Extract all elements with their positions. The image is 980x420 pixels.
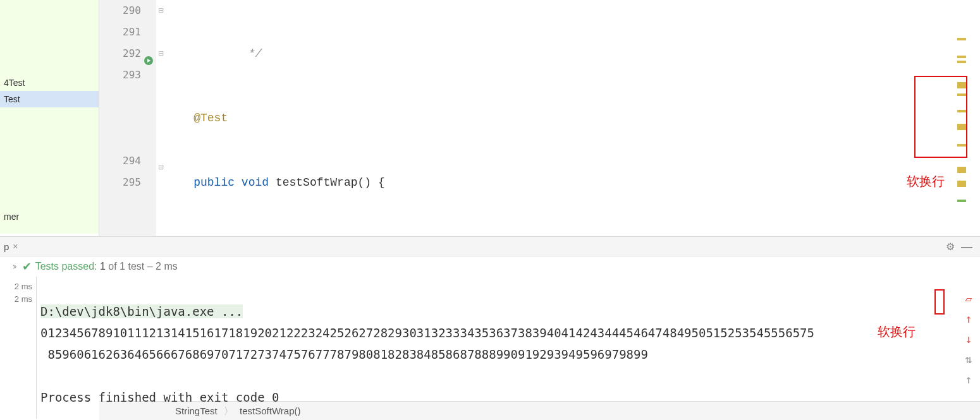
annotation-label: 软换行 <box>878 321 916 342</box>
tree-item-selected[interactable]: Test <box>0 91 99 107</box>
test-duration: 2 ms <box>0 280 36 293</box>
line-number: 293 <box>99 64 141 86</box>
test-status-bar: ›› ✔ Tests passed: 1 of 1 test – 2 ms <box>0 256 980 277</box>
console-command: D:\dev\jdk8\bin\java.exe ... <box>40 304 243 318</box>
hide-panel-icon[interactable]: — <box>961 241 972 254</box>
line-number: 294 <box>99 150 141 172</box>
annotation-box <box>934 289 945 315</box>
keyword: void <box>242 176 269 189</box>
gear-icon[interactable]: ⚙ <box>946 241 955 253</box>
tests-passed-count: 1 <box>100 256 106 277</box>
code-text: () { <box>358 176 385 189</box>
test-duration: 2 ms <box>0 293 36 306</box>
toggle-sort-icon[interactable]: ⇅ <box>962 349 975 361</box>
tests-passed-label: Tests passed: <box>35 256 97 277</box>
line-number: 292 <box>99 43 141 64</box>
console-output[interactable]: D:\dev\jdk8\bin\java.exe ... 01234567891… <box>37 277 980 419</box>
comment: */ <box>248 47 262 60</box>
scroll-down-icon[interactable]: ↓ <box>962 328 975 341</box>
run-gutter-icon[interactable] <box>144 56 154 66</box>
keyword: public <box>193 176 235 189</box>
editor[interactable]: 290 291 292 293 294 295 ⊟ ⊟ ⊟ */ @Test p… <box>99 0 980 236</box>
line-number: 291 <box>99 21 141 43</box>
run-tool-header: p × ⚙ — <box>0 236 980 256</box>
tests-passed-icon: ✔ <box>22 256 32 277</box>
tests-total-label: of 1 test <box>108 256 144 277</box>
fold-marker-icon[interactable]: ⊟ <box>156 6 165 15</box>
soft-wrap-toggle-icon[interactable]: ▱ <box>962 288 975 301</box>
line-number-gutter: 290 291 292 293 294 295 <box>99 0 156 236</box>
console-exit: Process finished with exit code 0 <box>40 390 279 404</box>
scroll-up-icon[interactable]: ↑ <box>962 308 975 321</box>
tree-item[interactable]: mer <box>0 208 99 225</box>
line-number: 295 <box>99 172 141 193</box>
line-number: 290 <box>99 0 141 21</box>
tree-item[interactable]: 4Test <box>0 75 99 91</box>
test-tree[interactable]: 2 ms 2 ms <box>0 277 37 419</box>
console-line: 0123456789101112131415161718192021222324… <box>40 326 814 340</box>
expand-icon[interactable]: ›› <box>13 256 16 277</box>
run-config-tab[interactable]: p <box>0 241 9 252</box>
fold-column[interactable]: ⊟ ⊟ ⊟ <box>156 0 166 236</box>
method-name: testSoftWrap <box>276 176 358 189</box>
annotation-label: 软换行 <box>907 172 945 193</box>
tests-time: – 2 ms <box>147 256 178 277</box>
fold-marker-icon[interactable]: ⊟ <box>156 162 165 171</box>
error-stripe[interactable] <box>957 0 966 215</box>
code-content[interactable]: */ @Test public void testSoftWrap() { Sy… <box>166 0 980 236</box>
fold-marker-icon[interactable]: ⊟ <box>156 49 165 57</box>
annotation: @Test <box>193 112 228 124</box>
scroll-to-end-icon[interactable]: ↑ <box>962 369 975 381</box>
console-line: 8596061626364656667686970717273747576777… <box>47 347 647 361</box>
project-tree[interactable]: 4Test Test mer <box>0 0 99 236</box>
close-tab-icon[interactable]: × <box>13 241 18 251</box>
